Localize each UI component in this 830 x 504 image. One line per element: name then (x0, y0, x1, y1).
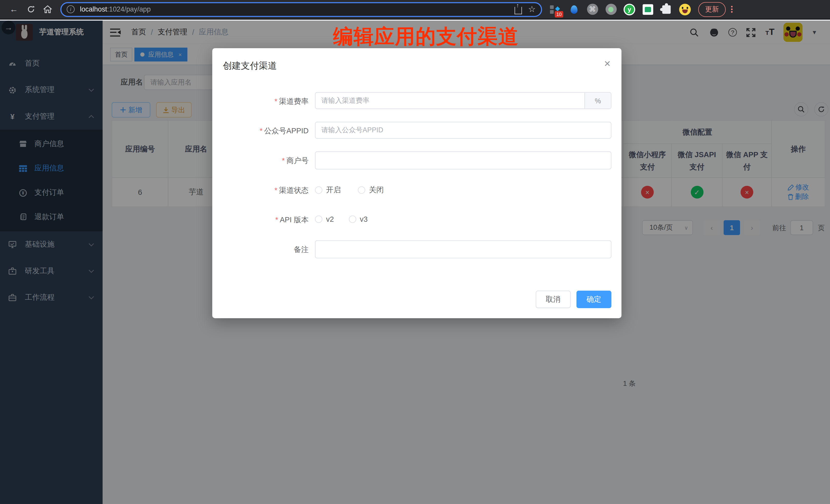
mch-label: *商户号 (219, 156, 309, 166)
url-host: localhost (80, 5, 107, 13)
label-text: 渠道费率 (279, 97, 309, 105)
extension-balloon-icon[interactable] (568, 3, 580, 15)
label-text: 商户号 (286, 156, 309, 165)
extension-y-icon[interactable]: y (624, 3, 635, 15)
rate-suffix: % (584, 93, 611, 108)
site-info-icon[interactable]: i (67, 5, 74, 13)
dialog-close-icon[interactable]: ✕ (604, 59, 611, 69)
label-text: 渠道状态 (279, 186, 309, 194)
profile-avatar-icon[interactable] (679, 3, 691, 15)
radio-circle-icon (349, 215, 356, 223)
api-version-radio-group: v2 v3 (315, 215, 368, 223)
screen: ← → i localhost:1024/pay/app ☆ ◆ 10 ⌘ y (0, 0, 830, 504)
extensions-row: ◆ 10 ⌘ y (550, 3, 691, 15)
label-text: 公众号APPID (264, 127, 309, 135)
api-v3-radio[interactable]: v3 (349, 215, 368, 223)
mch-input[interactable] (315, 152, 611, 169)
share-icon[interactable] (514, 7, 522, 14)
extensions-puzzle-icon[interactable] (661, 3, 672, 15)
bookmark-star-icon[interactable]: ☆ (528, 4, 536, 14)
browser-update-button[interactable]: 更新 (698, 2, 726, 17)
address-bar[interactable]: i localhost:1024/pay/app ☆ (60, 2, 542, 17)
dialog-title: 创建支付渠道 (223, 60, 277, 72)
required-asterisk: * (275, 215, 278, 224)
rate-label: *渠道费率 (219, 97, 309, 106)
input-placeholder: 请输入公众号APPID (316, 125, 389, 135)
annotation-text: 编辑应用的支付渠道 (333, 23, 519, 50)
status-off-radio[interactable]: 关闭 (358, 185, 384, 195)
label-text: API 版本 (280, 215, 308, 224)
radio-label: v3 (360, 215, 368, 223)
extension-chat-icon[interactable] (642, 3, 653, 15)
back-icon[interactable]: ← (7, 2, 21, 16)
forward-icon[interactable]: → (2, 21, 15, 35)
rate-input[interactable]: 请输入渠道费率 % (315, 92, 611, 109)
api-version-label: *API 版本 (219, 215, 309, 225)
status-label: *渠道状态 (219, 186, 309, 195)
radio-circle-icon (315, 186, 322, 194)
radio-circle-icon (315, 215, 322, 223)
home-icon[interactable] (41, 2, 55, 16)
extension-dot-icon[interactable] (605, 3, 616, 15)
remark-input[interactable] (315, 241, 611, 258)
required-asterisk: * (260, 127, 262, 135)
create-pay-channel-dialog: 创建支付渠道 ✕ *渠道费率 请输入渠道费率 % *公众号APPID 请输入公众… (212, 48, 621, 318)
input-placeholder: 请输入渠道费率 (316, 96, 375, 105)
appid-label: *公众号APPID (219, 127, 309, 136)
radio-label: 开启 (326, 185, 341, 195)
reload-icon[interactable] (24, 2, 38, 16)
status-radio-group: 开启 关闭 (315, 185, 384, 195)
cancel-button[interactable]: 取消 (536, 291, 571, 308)
required-asterisk: * (275, 97, 277, 105)
url-path: :1024/pay/app (107, 5, 151, 13)
confirm-button[interactable]: 确定 (576, 291, 611, 308)
required-asterisk: * (282, 156, 285, 165)
browser-menu-icon[interactable] (731, 6, 733, 13)
required-asterisk: * (275, 186, 277, 194)
remark-label: 备注 (219, 245, 309, 255)
label-text: 备注 (294, 245, 309, 254)
browser-toolbar: ← → i localhost:1024/pay/app ☆ ◆ 10 ⌘ y (0, 0, 830, 20)
extension-command-icon[interactable]: ⌘ (586, 3, 598, 15)
appid-input[interactable]: 请输入公众号APPID (315, 122, 611, 139)
radio-label: 关闭 (369, 185, 384, 195)
radio-label: v2 (326, 215, 334, 223)
status-on-radio[interactable]: 开启 (315, 185, 341, 195)
api-v2-radio[interactable]: v2 (315, 215, 334, 223)
url-text[interactable]: localhost:1024/pay/app (80, 5, 151, 13)
extension-tabs-icon[interactable]: ◆ 10 (550, 3, 561, 15)
extension-badge: 10 (555, 11, 563, 17)
radio-circle-icon (358, 186, 365, 194)
